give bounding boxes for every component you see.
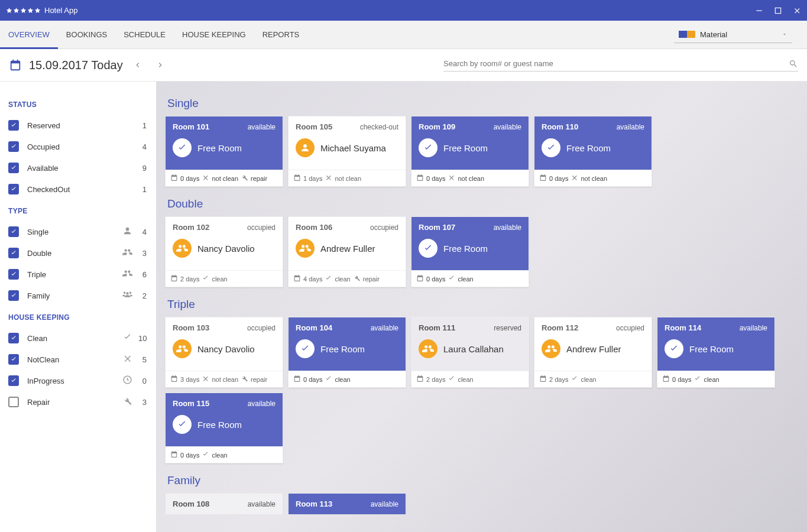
theme-selector[interactable]: Material <box>674 27 792 43</box>
filter-label: Occupied <box>27 142 138 151</box>
checkbox-icon <box>8 375 19 386</box>
prev-day-button[interactable] <box>134 61 142 69</box>
tab-schedule[interactable]: SCHEDULE <box>115 21 174 49</box>
guest-name: Free Room <box>566 143 611 153</box>
tab-bookings[interactable]: BOOKINGS <box>58 21 115 49</box>
clean-status-icon <box>571 375 578 384</box>
card-footer: 0 daysclean <box>166 446 283 463</box>
maximize-icon[interactable] <box>774 7 782 15</box>
calendar-icon[interactable] <box>9 59 22 72</box>
room-card[interactable]: Room 107availableFree Room0 daysclean <box>411 216 529 287</box>
filter-triple[interactable]: Triple6 <box>8 264 147 285</box>
room-card[interactable]: Room 104availableFree Room0 daysclean <box>288 317 406 388</box>
filter-checkedout[interactable]: CheckedOut1 <box>8 179 147 200</box>
filter-available[interactable]: Available9 <box>8 157 147 179</box>
filter-double[interactable]: Double3 <box>8 242 147 264</box>
filter-family[interactable]: Family2 <box>8 285 147 306</box>
room-card[interactable]: Room 111reservedLaura Callahan2 daysclea… <box>411 317 529 388</box>
filter-repair[interactable]: Repair3 <box>8 391 147 413</box>
filter-clean[interactable]: Clean10 <box>8 327 147 349</box>
check-circle-icon <box>419 138 437 157</box>
group-avatar-icon <box>173 239 192 258</box>
room-card[interactable]: Room 105checked-outMichael Suyama1 daysn… <box>288 116 406 187</box>
clean-label: clean <box>458 376 473 383</box>
stars-icon <box>6 7 41 14</box>
tab-house-keeping[interactable]: HOUSE KEEPING <box>174 21 254 49</box>
filter-section-house-keeping: HOUSE KEEPING <box>8 313 147 322</box>
search-input[interactable] <box>443 59 789 68</box>
filter-label: Double <box>27 249 122 258</box>
room-card[interactable]: Room 108available <box>165 493 283 511</box>
room-card[interactable]: Room 109availableFree Room0 daysnot clea… <box>411 116 529 187</box>
filter-label: Single <box>27 228 122 236</box>
room-status: available <box>371 324 398 332</box>
clean-status-icon <box>448 375 455 384</box>
person-icon <box>122 226 138 238</box>
next-day-button[interactable] <box>156 61 164 69</box>
minimize-icon[interactable] <box>755 7 763 15</box>
days-label: 0 days <box>426 175 445 182</box>
room-card[interactable]: Room 114availableFree Room0 daysclean <box>657 317 775 388</box>
card-footer: 1 daysnot clean <box>289 170 406 186</box>
room-card[interactable]: Room 106occupiedAndrew Fuller4 daysclean… <box>288 216 406 287</box>
chevron-down-icon <box>782 31 787 37</box>
filter-count: 1 <box>138 185 147 194</box>
room-status: checked-out <box>360 123 398 131</box>
days-label: 0 days <box>303 376 322 383</box>
card-footer: 2 daysclean <box>166 270 283 287</box>
guest-name: Nancy Davolio <box>197 244 255 254</box>
filter-count: 10 <box>138 334 147 343</box>
room-card[interactable]: Room 101availableFree Room0 daysnot clea… <box>165 116 283 187</box>
avatar-icon <box>296 138 315 157</box>
calendar-small-icon <box>662 375 670 384</box>
filter-reserved[interactable]: Reserved1 <box>8 115 147 136</box>
clean-label: clean <box>212 275 227 283</box>
calendar-small-icon <box>170 375 178 384</box>
days-label: 1 days <box>303 175 322 182</box>
room-card[interactable]: Room 112occupiedAndrew Fuller2 daysclean <box>534 317 652 388</box>
guest-name: Michael Suyama <box>320 143 386 153</box>
close-icon[interactable] <box>793 7 801 15</box>
window-titlebar: Hotel App <box>0 0 807 21</box>
group-title-triple: Triple <box>167 298 801 311</box>
filter-count: 4 <box>138 228 147 236</box>
card-footer: 0 daysclean <box>657 371 774 387</box>
filter-count: 9 <box>138 164 147 173</box>
filter-label: Clean <box>27 334 122 343</box>
filter-occupied[interactable]: Occupied4 <box>8 136 147 157</box>
repair-label: repair <box>363 275 380 283</box>
filter-label: CheckedOut <box>27 185 138 194</box>
calendar-small-icon <box>416 274 424 283</box>
calendar-small-icon <box>170 174 178 183</box>
checkbox-icon <box>8 120 19 131</box>
filter-notclean[interactable]: NotClean5 <box>8 349 147 370</box>
tab-overview[interactable]: OVERVIEW <box>0 21 58 49</box>
room-number: Room 111 <box>419 323 455 332</box>
guest-name: Andrew Fuller <box>320 244 375 254</box>
group-avatar-icon <box>296 239 315 258</box>
filter-single[interactable]: Single4 <box>8 221 147 242</box>
guest-name: Free Room <box>197 143 242 153</box>
room-number: Room 107 <box>419 223 455 232</box>
filter-count: 3 <box>138 398 147 407</box>
group-icon <box>122 290 138 301</box>
checkbox-icon <box>8 290 19 301</box>
room-card[interactable]: Room 115availableFree Room0 daysclean <box>165 392 283 463</box>
room-card[interactable]: Room 102occupiedNancy Davolio2 daysclean <box>165 216 283 287</box>
card-footer: 3 daysnot cleanrepair <box>166 371 283 387</box>
tab-reports[interactable]: REPORTS <box>254 21 308 49</box>
room-number: Room 102 <box>173 223 209 232</box>
room-status: available <box>740 324 767 332</box>
room-card[interactable]: Room 113available <box>288 493 406 511</box>
room-card[interactable]: Room 103occupiedNancy Davolio3 daysnot c… <box>165 317 283 388</box>
filter-label: NotClean <box>27 355 122 364</box>
calendar-small-icon <box>170 450 178 459</box>
search-icon[interactable] <box>789 59 798 69</box>
wrench-icon <box>241 375 248 384</box>
clean-status-icon <box>325 375 332 384</box>
guest-name: Nancy Davolio <box>197 344 255 354</box>
filter-inprogress[interactable]: InProgress0 <box>8 370 147 391</box>
room-card[interactable]: Room 110availableFree Room0 daysnot clea… <box>534 116 652 187</box>
room-status: available <box>494 223 521 232</box>
guest-name: Laura Callahan <box>443 344 504 354</box>
